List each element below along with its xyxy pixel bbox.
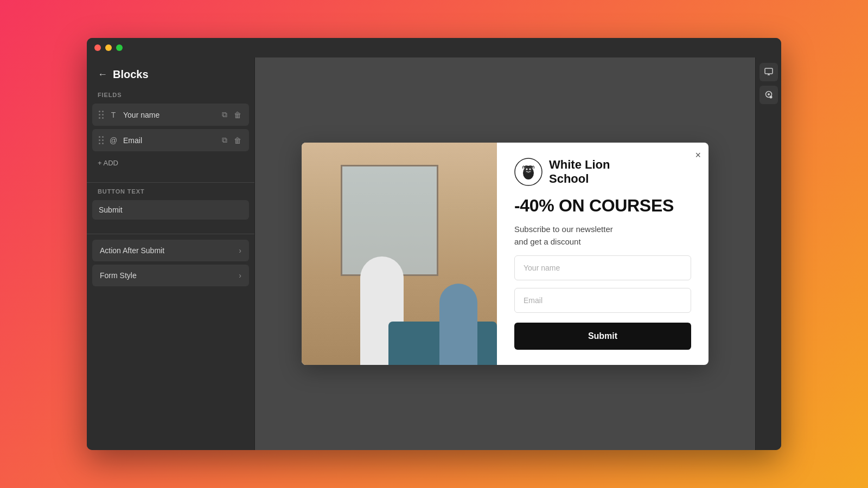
main-area: ×	[255, 57, 755, 450]
accordion-action-after-submit[interactable]: Action After Submit ›	[92, 240, 249, 261]
svg-rect-5	[765, 68, 773, 74]
field-actions-email: ⧉ 🗑	[221, 134, 242, 146]
lion-logo-icon	[514, 158, 542, 186]
text-icon: T	[108, 111, 119, 119]
browser-titlebar	[87, 38, 781, 57]
popup-logo: White Lion School	[514, 158, 691, 187]
window-dot-green[interactable]	[116, 44, 123, 51]
field-item-email[interactable]: @ Email ⧉ 🗑	[92, 129, 249, 151]
drag-handle-your-name[interactable]	[99, 111, 104, 119]
popup-modal: ×	[302, 143, 709, 365]
browser-window: ← Blocks FIELDS T Your name ⧉ 🗑	[87, 38, 781, 450]
fields-section-label: FIELDS	[87, 92, 254, 104]
photo-background	[302, 143, 497, 365]
popup-overlay: ×	[255, 57, 755, 450]
field-item-your-name[interactable]: T Your name ⧉ 🗑	[92, 104, 249, 126]
right-toolbar	[755, 57, 781, 450]
sidebar-title: Blocks	[113, 68, 149, 81]
form-style-label: Form Style	[100, 271, 137, 280]
svg-point-9	[768, 93, 770, 95]
monitor-view-button[interactable]	[760, 63, 778, 81]
popup-image	[302, 143, 497, 365]
paint-button[interactable]	[760, 86, 778, 104]
back-button[interactable]: ←	[98, 69, 107, 80]
window-dot-red[interactable]	[94, 44, 101, 51]
svg-point-4	[529, 169, 531, 170]
browser-content: ← Blocks FIELDS T Your name ⧉ 🗑	[87, 57, 781, 450]
button-text-section-label: BUTTON TEXT	[87, 188, 254, 200]
svg-point-10	[769, 96, 772, 99]
form-style-arrow: ›	[239, 271, 241, 280]
accordion-form-style[interactable]: Form Style ›	[92, 265, 249, 286]
popup-content: ×	[497, 143, 709, 365]
popup-name-input[interactable]	[514, 255, 691, 280]
popup-close-button[interactable]: ×	[695, 150, 701, 160]
sidebar: ← Blocks FIELDS T Your name ⧉ 🗑	[87, 57, 255, 450]
paint-icon	[764, 90, 774, 100]
add-field-button[interactable]: + ADD	[87, 155, 254, 171]
field-actions-your-name: ⧉ 🗑	[221, 109, 242, 120]
person-sitting	[439, 284, 477, 365]
svg-point-3	[526, 169, 528, 170]
sidebar-header: ← Blocks	[87, 68, 254, 92]
duplicate-email-button[interactable]: ⧉	[221, 134, 228, 146]
duplicate-your-name-button[interactable]: ⧉	[221, 109, 228, 120]
delete-your-name-button[interactable]: 🗑	[233, 109, 242, 120]
window-dot-yellow[interactable]	[105, 44, 112, 51]
action-after-submit-label: Action After Submit	[100, 246, 164, 255]
field-label-email: Email	[123, 136, 216, 145]
school-name: White Lion School	[549, 158, 610, 187]
divider-2	[87, 234, 254, 234]
drag-handle-email[interactable]	[99, 136, 104, 144]
monitor-icon	[764, 67, 774, 77]
action-after-submit-arrow: ›	[239, 246, 241, 255]
button-text-input[interactable]	[92, 200, 249, 220]
popup-email-input[interactable]	[514, 288, 691, 313]
field-label-your-name: Your name	[123, 111, 216, 119]
delete-email-button[interactable]: 🗑	[233, 134, 242, 146]
divider	[87, 182, 254, 183]
at-icon: @	[108, 136, 119, 145]
discount-text: -40% ON COURSES	[514, 196, 691, 216]
popup-submit-button[interactable]: Submit	[514, 323, 691, 350]
popup-subtitle: Subscribe to our newsletter and get a di…	[514, 223, 691, 248]
